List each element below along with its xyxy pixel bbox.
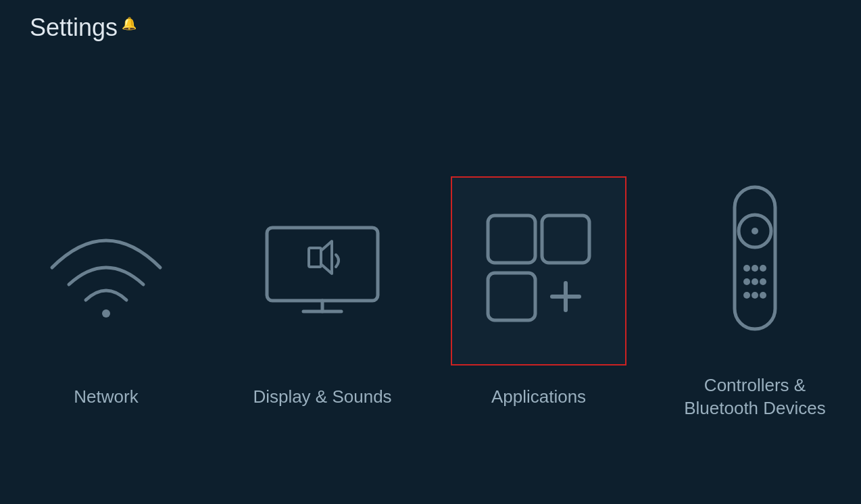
svg-rect-6: [542, 216, 589, 263]
title-text: Settings: [30, 14, 118, 42]
svg-point-16: [743, 278, 750, 285]
wifi-icon: [45, 220, 167, 322]
svg-point-17: [752, 278, 758, 285]
display-sounds-label: Display & Sounds: [253, 386, 391, 409]
svg-point-12: [752, 228, 758, 234]
apps-icon: [474, 209, 603, 333]
network-icon-wrapper: [18, 176, 194, 366]
applications-label: Applications: [491, 386, 586, 409]
svg-rect-7: [488, 273, 535, 320]
settings-grid: Network: [0, 81, 861, 504]
svg-point-21: [760, 292, 766, 299]
settings-item-controllers[interactable]: Controllers & Bluetooth Devices: [667, 165, 843, 420]
svg-point-14: [752, 265, 758, 272]
display-icon-wrapper: [235, 176, 410, 366]
svg-point-20: [752, 292, 758, 299]
remote-icon: [721, 180, 789, 338]
applications-icon-wrapper: [451, 176, 626, 366]
svg-rect-10: [735, 187, 775, 329]
svg-point-13: [743, 265, 750, 272]
controllers-icon-wrapper: [667, 165, 843, 354]
bell-icon: 🔔: [122, 16, 137, 31]
svg-point-18: [760, 278, 766, 285]
svg-point-15: [760, 265, 766, 272]
svg-rect-4: [309, 248, 321, 267]
svg-point-0: [102, 309, 110, 318]
settings-item-network[interactable]: Network: [18, 176, 194, 409]
page-title: Settings 🔔: [30, 14, 137, 42]
settings-item-applications[interactable]: Applications: [451, 176, 626, 409]
controllers-label: Controllers & Bluetooth Devices: [667, 374, 843, 420]
svg-point-19: [743, 292, 750, 299]
svg-rect-5: [488, 216, 535, 263]
settings-item-display-sounds[interactable]: Display & Sounds: [235, 176, 410, 409]
display-icon: [262, 222, 383, 320]
network-label: Network: [74, 386, 138, 409]
